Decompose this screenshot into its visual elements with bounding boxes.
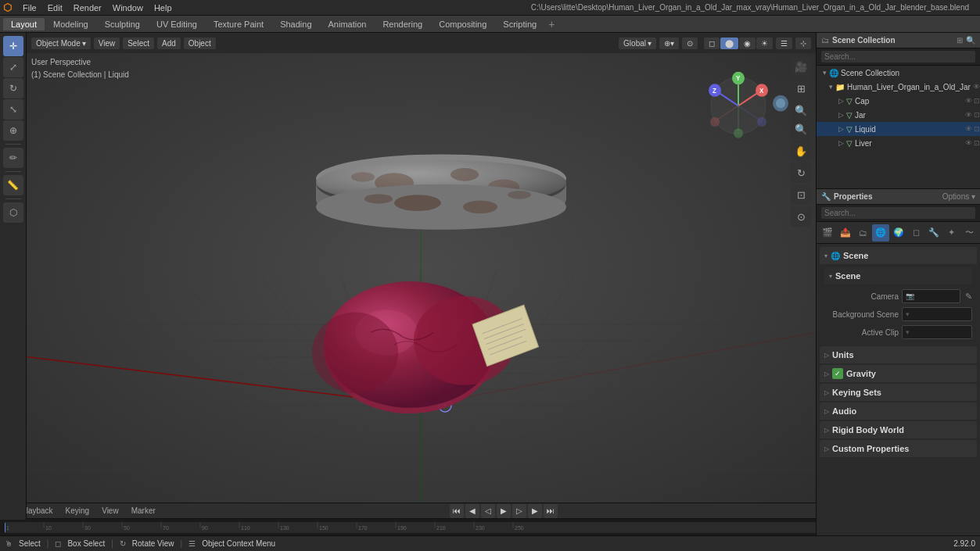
outliner-scene-collection[interactable]: ▾ 🌐 Scene Collection xyxy=(817,66,980,80)
scene-icon: 🌐 xyxy=(831,252,840,260)
transform-tool[interactable]: ⊕ xyxy=(3,120,23,141)
viewport-add-menu[interactable]: Add xyxy=(157,38,181,49)
menu-file[interactable]: File xyxy=(18,2,41,13)
world-props-icon[interactable]: 🌍 xyxy=(890,224,907,242)
properties-search-input[interactable] xyxy=(821,207,975,219)
tab-scripting[interactable]: Scripting xyxy=(495,18,544,30)
snap-dropdown[interactable]: ⊕▾ xyxy=(659,38,679,49)
pan-btn[interactable]: ✋ xyxy=(791,141,811,161)
outliner-item-cap[interactable]: ▷ ▽ Cap 👁 ⊡ xyxy=(817,94,980,108)
camera-value[interactable]: 📷 xyxy=(902,289,960,303)
scene-sub-header[interactable]: ▾ Scene xyxy=(824,267,972,284)
rotate-view-btn[interactable]: ↻ xyxy=(791,163,811,183)
gizmo-btn[interactable]: ⊹ xyxy=(795,38,811,49)
marker-menu[interactable]: Marker xyxy=(127,506,160,516)
custom-props-section: ▷ Custom Properties xyxy=(820,440,977,457)
add-object-tool[interactable]: ⬡ xyxy=(3,202,23,223)
tab-layout[interactable]: Layout xyxy=(3,18,45,30)
viewport-view-menu[interactable]: View xyxy=(94,38,120,49)
outliner-search-icon[interactable]: 🔍 xyxy=(966,36,975,45)
custom-props-title: Custom Properties xyxy=(832,444,909,453)
gravity-section-header[interactable]: ▷ ✓ Gravity xyxy=(820,365,977,382)
prev-keyframe-btn[interactable]: ◀ xyxy=(465,504,479,518)
annotate-tool[interactable]: ✏ xyxy=(3,148,23,168)
tab-shading[interactable]: Shading xyxy=(272,18,319,30)
liver-sel-icon: ⊡ xyxy=(974,139,980,147)
grid-btn[interactable]: ⊞ xyxy=(791,78,811,98)
liquid-sel-icon: ⊡ xyxy=(974,125,980,133)
move-tool[interactable]: ⤢ xyxy=(3,57,23,77)
units-section-header[interactable]: ▷ Units xyxy=(820,346,977,363)
jump-to-start-btn[interactable]: ⏮ xyxy=(450,504,464,518)
front-view-btn[interactable]: ⊡ xyxy=(791,184,811,205)
outliner-item-liver[interactable]: ▷ ▽ Liver 👁 ⊡ xyxy=(817,136,980,150)
particles-props-icon[interactable]: ✦ xyxy=(943,224,960,242)
outliner-filter-icon[interactable]: ⊞ xyxy=(957,36,963,45)
menu-edit[interactable]: Edit xyxy=(43,2,67,13)
audio-section-header[interactable]: ▷ Audio xyxy=(820,403,977,420)
active-clip-value[interactable]: ▾ xyxy=(902,325,972,339)
keying-arrow-icon: ▷ xyxy=(824,389,829,396)
add-workspace-button[interactable]: + xyxy=(548,18,555,30)
viewport-3d[interactable]: Object Mode ▾ View Select Add Object Glo… xyxy=(27,33,816,503)
tab-rendering[interactable]: Rendering xyxy=(375,18,430,30)
scene-props-icon[interactable]: 🌐 xyxy=(872,224,889,242)
object-mode-dropdown[interactable]: Object Mode ▾ xyxy=(31,38,91,49)
menu-window[interactable]: Window xyxy=(108,2,148,13)
tab-animation[interactable]: Animation xyxy=(321,18,375,30)
scale-tool[interactable]: ⤡ xyxy=(3,99,23,120)
camera-perspective-btn[interactable]: 🎥 xyxy=(791,56,811,77)
properties-options-btn[interactable]: Options ▾ xyxy=(942,192,975,201)
tab-sculpting[interactable]: Sculpting xyxy=(97,18,148,30)
tab-compositing[interactable]: Compositing xyxy=(431,18,494,30)
status-bar: 🖱 Select | ◻ Box Select | ↻ Rotate View … xyxy=(0,535,980,551)
tab-uv-editing[interactable]: UV Editing xyxy=(149,18,205,30)
view-layer-props-icon[interactable]: 🗂 xyxy=(854,224,871,242)
menu-help[interactable]: Help xyxy=(149,2,177,13)
gravity-checkbox[interactable]: ✓ xyxy=(832,368,843,379)
render-props-icon[interactable]: 🎬 xyxy=(819,224,836,242)
outliner-search-input[interactable] xyxy=(821,51,975,63)
properties-panel: 🔧 Properties Options ▾ 🎬 📤 🗂 🌐 🌍 ◻ 🔧 ✦ 〜 xyxy=(817,189,980,535)
next-keyframe-btn[interactable]: ▶ xyxy=(528,504,542,518)
keying-menu[interactable]: Keying xyxy=(62,506,94,516)
viewport-select-menu[interactable]: Select xyxy=(123,38,154,49)
keying-sets-header[interactable]: ▷ Keying Sets xyxy=(820,384,977,401)
jump-to-end-btn[interactable]: ⏭ xyxy=(544,504,558,518)
tab-modeling[interactable]: Modeling xyxy=(45,18,96,30)
outliner-item-jar[interactable]: ▷ ▽ Jar 👁 ⊡ xyxy=(817,108,980,122)
background-scene-value[interactable]: ▾ xyxy=(902,307,972,321)
camera-edit-icon[interactable]: ✎ xyxy=(965,292,972,302)
cursor-tool[interactable]: ✛ xyxy=(3,36,23,56)
output-props-icon[interactable]: 📤 xyxy=(837,224,854,242)
modifier-props-icon[interactable]: 🔧 xyxy=(925,224,942,242)
transform-dropdown[interactable]: Global ▾ xyxy=(619,38,656,49)
custom-props-header[interactable]: ▷ Custom Properties xyxy=(820,440,977,457)
outliner-item-liquid[interactable]: ▷ ▽ Liquid 👁 ⊡ xyxy=(817,122,980,136)
snap-btn[interactable]: 🔍 xyxy=(791,100,811,120)
rotate-tool[interactable]: ↻ xyxy=(3,78,23,98)
rendered-shading-btn[interactable]: ☀ xyxy=(756,38,773,49)
jump-forward-btn[interactable]: ▷ xyxy=(512,504,526,518)
measure-tool[interactable]: 📏 xyxy=(3,175,23,195)
menu-render[interactable]: Render xyxy=(69,2,106,13)
material-shading-btn[interactable]: ◉ xyxy=(739,38,756,49)
tab-texture-paint[interactable]: Texture Paint xyxy=(206,18,271,30)
wireframe-shading-btn[interactable]: ◻ xyxy=(704,38,720,49)
solid-shading-btn[interactable]: ⬤ xyxy=(720,38,738,49)
audio-arrow-icon: ▷ xyxy=(824,408,829,415)
proportional-edit-btn[interactable]: ⊙ xyxy=(682,38,698,49)
camera-view-btn[interactable]: ⊙ xyxy=(791,206,811,227)
viewport-object-menu[interactable]: Object xyxy=(184,38,216,49)
jar-label: Jar xyxy=(855,111,963,120)
play-btn[interactable]: ▶ xyxy=(497,504,511,518)
zoom-out-btn[interactable]: 🔍 xyxy=(791,119,811,139)
scene-section-header[interactable]: ▾ 🌐 Scene xyxy=(820,247,977,264)
timeline-view-menu[interactable]: View xyxy=(98,506,123,516)
rigid-body-header[interactable]: ▷ Rigid Body World xyxy=(820,421,977,438)
overlay-btn[interactable]: ☰ xyxy=(776,38,792,49)
outliner-item-liver-group[interactable]: ▾ 📁 Human_Liver_Organ_in_a_Old_Jar 👁 ⊡ 📷 xyxy=(817,80,980,94)
object-props-icon[interactable]: ◻ xyxy=(907,224,924,242)
physics-props-icon[interactable]: 〜 xyxy=(960,224,978,242)
jump-backward-btn[interactable]: ◁ xyxy=(481,504,495,518)
